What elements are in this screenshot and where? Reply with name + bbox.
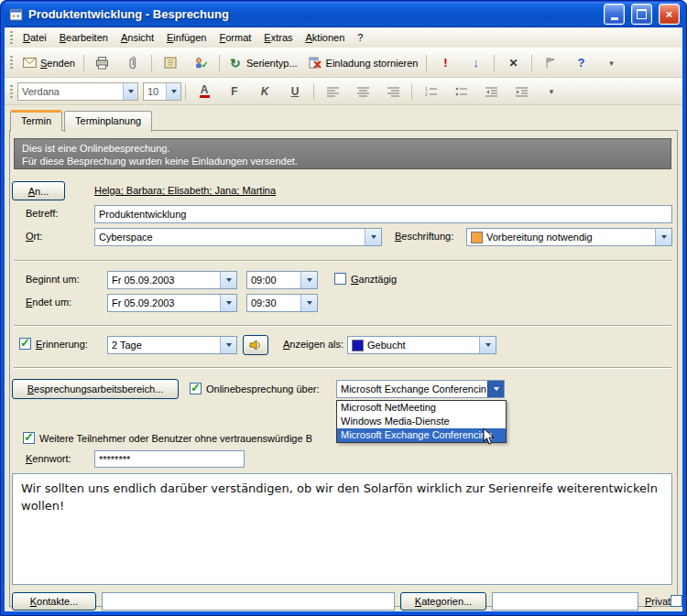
importance-high-button[interactable]: !: [431, 52, 460, 74]
menu-extras[interactable]: Extras: [257, 29, 299, 46]
an-button[interactable]: An...: [12, 181, 65, 200]
menu-format[interactable]: Format: [213, 29, 257, 46]
importance-low-button[interactable]: ↓: [461, 52, 490, 74]
tab-terminplanung[interactable]: Terminplanung: [64, 111, 152, 132]
beginnt-time-combo[interactable]: 09:00: [246, 271, 318, 289]
beginnt-date-combo[interactable]: Fr 05.09.2003: [107, 271, 237, 289]
toolbar-grip-handle[interactable]: [10, 56, 13, 70]
privat-checkbox[interactable]: [671, 595, 682, 607]
menu-bearbeiten[interactable]: Bearbeiten: [53, 29, 114, 46]
ort-combo[interactable]: Cyberspace: [94, 228, 382, 246]
dropdown-option-windows-media[interactable]: Windows Media-Dienste: [337, 415, 506, 428]
beschriftung-combo[interactable]: Vorbereitung notwendig: [466, 228, 672, 246]
bullets-button[interactable]: [446, 81, 475, 103]
divider: [14, 260, 671, 262]
anzeigen-als-combo[interactable]: Gebucht: [347, 336, 496, 354]
formatting-toolbar: Verdana 10 A F K U: [5, 78, 682, 105]
chevron-down-icon: [123, 83, 137, 100]
beginnt-time-value: 09:00: [247, 275, 300, 286]
cancel-invitation-label: Einladung stornieren: [326, 58, 419, 69]
font-size-combo[interactable]: 10: [143, 82, 181, 101]
erinnerung-value: 2 Tage: [108, 340, 220, 351]
recurrence-label: Serientyp...: [246, 58, 298, 69]
cancel-invitation-button[interactable]: Einladung stornieren: [303, 52, 423, 74]
tab-termin[interactable]: Termin: [10, 110, 62, 131]
font-color-button[interactable]: A: [190, 81, 219, 103]
chevron-down-icon: [220, 295, 236, 311]
send-button[interactable]: Senden: [17, 52, 80, 74]
onlinebesprechung-checkbox[interactable]: [190, 383, 202, 394]
address-book-button[interactable]: [156, 52, 185, 74]
endet-date-combo[interactable]: Fr 05.09.2003: [107, 294, 237, 312]
print-button[interactable]: [88, 52, 117, 74]
close-button[interactable]: ×: [659, 4, 680, 25]
chevron-down-icon: [365, 229, 381, 245]
titlebar: Produktentwicklung - Besprechung ×: [5, 1, 682, 27]
align-left-button[interactable]: [318, 81, 347, 103]
ganztagig-checkbox[interactable]: [334, 273, 346, 285]
menu-aktionen[interactable]: Aktionen: [300, 29, 352, 46]
anzeigen-als-label: Anzeigen als:: [283, 339, 344, 350]
online-meeting-combo[interactable]: Microsoft Exchange Conferencin: [336, 380, 505, 398]
ganztagig-label: Ganztägig: [351, 274, 397, 285]
toolbar-separator: [313, 83, 314, 100]
endet-time-combo[interactable]: 09:30: [246, 294, 318, 312]
weitere-teilnehmer-checkbox[interactable]: [23, 432, 35, 444]
align-center-button[interactable]: [348, 81, 377, 103]
paperclip-icon: [125, 56, 140, 70]
chevron-down-icon: [655, 229, 671, 245]
dropdown-option-netmeeting[interactable]: Microsoft NetMeeting: [337, 401, 506, 415]
numbered-list-icon: 12: [423, 84, 438, 99]
delete-button[interactable]: ✕: [498, 52, 528, 74]
numbering-button[interactable]: 12: [416, 81, 445, 103]
flag-button[interactable]: [536, 52, 565, 74]
message-body-editor[interactable]: Wir sollten uns endlich darüber verständ…: [12, 473, 672, 585]
font-name-combo[interactable]: Verdana: [17, 82, 138, 101]
kontakte-input[interactable]: [102, 592, 395, 611]
recipients-list[interactable]: Helga; Barbara; Elisabeth; Jana; Martina: [94, 185, 276, 196]
kennwort-input[interactable]: [94, 450, 245, 468]
betreff-input[interactable]: [94, 205, 672, 223]
menu-einfuegen[interactable]: Einfügen: [160, 29, 213, 46]
minimize-button[interactable]: [604, 4, 625, 25]
beginnt-label: Beginnt um:: [26, 274, 80, 285]
increase-indent-button[interactable]: [507, 81, 536, 103]
recurrence-button[interactable]: ↻ Serientyp...: [224, 52, 302, 74]
standard-toolbar: Senden ✓: [5, 48, 682, 78]
kategorien-input[interactable]: [492, 592, 638, 611]
kategorien-button[interactable]: Kategorien...: [400, 592, 486, 611]
dropdown-option-exchange-conferencing[interactable]: Microsoft Exchange Conferencing: [337, 428, 506, 442]
erinnerung-combo[interactable]: 2 Tage: [107, 336, 237, 354]
endet-label: Endet um:: [26, 297, 71, 308]
termin-tab-page: Dies ist eine Onlinebesprechung. Für die…: [9, 130, 678, 607]
align-right-button[interactable]: [378, 81, 408, 103]
erinnerung-label: Erinnerung:: [36, 339, 88, 350]
menubar-grip-handle[interactable]: [10, 31, 13, 45]
menu-ansicht[interactable]: Ansicht: [114, 29, 160, 46]
chevron-down-icon: [479, 337, 496, 353]
underline-button[interactable]: U: [280, 81, 310, 103]
toolbar-separator: [185, 83, 186, 100]
toolbar-options-button[interactable]: ▾: [596, 52, 626, 74]
italic-button[interactable]: K: [250, 81, 279, 103]
decrease-indent-button[interactable]: [476, 81, 506, 103]
window-client: Datei Bearbeiten Ansicht Einfügen Format…: [5, 27, 682, 611]
chevron-down-icon: [220, 337, 236, 353]
check-names-button[interactable]: ✓: [186, 52, 215, 74]
besprechungsarbeitsbereich-button[interactable]: Besprechungsarbeitsbereich...: [12, 379, 179, 399]
toolbar-separator: [219, 55, 220, 71]
maximize-button[interactable]: [631, 4, 652, 25]
bold-button[interactable]: F: [220, 81, 249, 103]
help-button[interactable]: ?: [566, 52, 595, 74]
toolbar-options-button[interactable]: ▾: [537, 81, 566, 103]
send-label: Senden: [40, 58, 75, 69]
toolbar-grip-handle[interactable]: [10, 85, 13, 99]
attach-file-button[interactable]: [118, 52, 147, 74]
reminder-sound-button[interactable]: [243, 335, 268, 355]
kontakte-button[interactable]: Kontakte...: [12, 592, 96, 611]
endet-date-value: Fr 05.09.2003: [108, 297, 220, 308]
meeting-window-icon: [9, 7, 24, 22]
menu-hilfe[interactable]: ?: [351, 29, 369, 46]
erinnerung-checkbox[interactable]: [19, 338, 31, 350]
menu-datei[interactable]: Datei: [16, 29, 53, 46]
